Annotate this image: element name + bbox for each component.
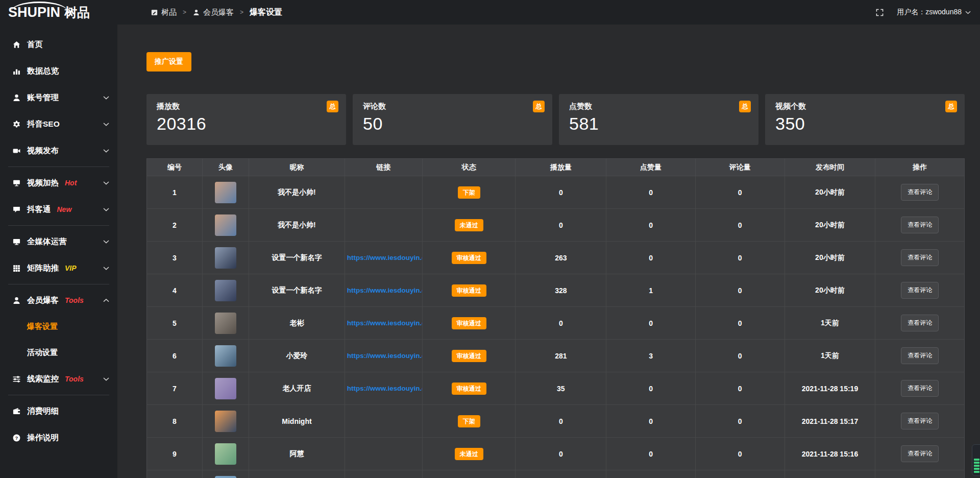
row-link-cell xyxy=(345,438,422,470)
chevron-down-icon xyxy=(103,123,109,126)
sidebar-item-0[interactable]: 首页 xyxy=(0,31,117,58)
view-comments-button[interactable]: 查看评论 xyxy=(901,413,939,429)
sidebar-item-3[interactable]: 抖音SEO xyxy=(0,111,117,137)
table-row: 6 小爱玲 https://www.iesdouyin.c 审核通过 281 3… xyxy=(147,340,965,372)
total-badge: 总 xyxy=(739,101,751,112)
sidebar-item-12[interactable]: 会员爆客Tools xyxy=(0,287,117,314)
comment-icon xyxy=(12,205,21,214)
row-comments: 0 xyxy=(695,405,785,438)
monitor-icon xyxy=(12,237,21,246)
sliders-icon xyxy=(12,375,21,384)
column-header: 播放量 xyxy=(516,159,606,176)
sidebar-divider xyxy=(8,284,109,284)
row-nickname: 设置一个新名字 xyxy=(249,242,345,274)
row-publish-time: 2021-11-28 15:19 xyxy=(785,372,875,405)
view-comments-button[interactable]: 查看评论 xyxy=(901,249,939,266)
sidebar-item-6[interactable]: 视频加热Hot xyxy=(0,170,117,196)
view-comments-button[interactable]: 查看评论 xyxy=(901,445,939,462)
sidebar-subitem-13[interactable]: 爆客设置 xyxy=(0,314,117,340)
row-status-cell: 审核通过 xyxy=(422,372,516,405)
green-bar xyxy=(974,462,979,464)
row-id: 4 xyxy=(147,274,203,307)
stat-card-likes: 点赞数 581 总 xyxy=(559,94,758,145)
row-plays: 0 xyxy=(516,209,606,242)
sidebar-item-badge: VIP xyxy=(65,264,77,272)
status-badge: 审核通过 xyxy=(452,252,486,264)
column-header: 点赞量 xyxy=(606,159,696,176)
table-row: 8 Midnight 下架 0 0 0 2021-11-28 15:17 查看评… xyxy=(147,405,965,438)
sidebar-item-label: 数据总览 xyxy=(27,66,59,77)
breadcrumb-item[interactable]: 会员爆客 xyxy=(192,8,234,17)
column-header: 操作 xyxy=(875,159,965,176)
sidebar-item-10[interactable]: 矩阵助推VIP xyxy=(0,255,117,281)
avatar xyxy=(215,345,236,367)
view-comments-button[interactable]: 查看评论 xyxy=(901,217,939,233)
logo[interactable]: SHUPIN 树品 xyxy=(0,6,117,19)
view-comments-button[interactable]: 查看评论 xyxy=(901,380,939,397)
row-nickname: Midnight xyxy=(249,405,345,438)
row-link[interactable]: https://www.iesdouyin.c xyxy=(345,385,422,392)
avatar xyxy=(215,214,236,236)
breadcrumb-label: 会员爆客 xyxy=(203,8,234,17)
row-action-cell: 查看评论 xyxy=(875,438,965,470)
row-plays: 328 xyxy=(516,274,606,307)
avatar xyxy=(215,378,236,399)
table-row: 5 老彬 https://www.iesdouyin.c 审核通过 0 0 0 … xyxy=(147,307,965,340)
video-table: 编号头像昵称链接状态播放量点赞量评论量发布时间操作 1 我不是小帅! 下架 0 … xyxy=(146,158,965,478)
row-avatar-cell xyxy=(202,307,249,340)
avatar xyxy=(215,313,236,334)
row-link-cell: https://www.iesdouyin.c xyxy=(345,340,422,372)
sidebar-subitem-14[interactable]: 活动设置 xyxy=(0,340,117,366)
sidebar-divider xyxy=(8,395,109,395)
sidebar-item-2[interactable]: 账号管理 xyxy=(0,84,117,111)
sidebar-item-label: 首页 xyxy=(27,39,43,50)
row-status-cell: 未通过 xyxy=(422,209,516,242)
row-action-cell: 查看评论 xyxy=(875,176,965,209)
sidebar-item-9[interactable]: 全媒体运营 xyxy=(0,228,117,255)
row-likes: 0 xyxy=(606,307,696,340)
sidebar-item-label: 操作说明 xyxy=(27,433,59,443)
row-avatar-cell xyxy=(202,242,249,274)
sidebar-item-15[interactable]: 线索监控Tools xyxy=(0,366,117,392)
floating-widget[interactable] xyxy=(972,444,980,476)
view-comments-button[interactable]: 查看评论 xyxy=(901,347,939,364)
main-content: 推广设置 播放数 20316 总 评论数 50 总 点赞数 581 总 视频个数… xyxy=(117,25,980,478)
breadcrumb-item: 爆客设置 xyxy=(250,7,282,18)
sidebar-item-1[interactable]: 数据总览 xyxy=(0,58,117,84)
username-menu[interactable]: 用户名：zswodun88 xyxy=(897,8,971,17)
sidebar-item-18[interactable]: ?操作说明 xyxy=(0,424,117,451)
row-plays: 0 xyxy=(516,405,606,438)
row-status-cell: 审核通过 xyxy=(422,307,516,340)
breadcrumb: 树品>会员爆客>爆客设置 xyxy=(151,7,282,18)
view-comments-button[interactable]: 查看评论 xyxy=(901,184,939,201)
sidebar-item-badge: Hot xyxy=(65,179,77,187)
promo-settings-button[interactable]: 推广设置 xyxy=(146,52,191,71)
sidebar-item-7[interactable]: 抖客通New xyxy=(0,196,117,223)
view-comments-button[interactable]: 查看评论 xyxy=(901,315,939,331)
view-comments-button[interactable]: 查看评论 xyxy=(901,282,939,299)
sidebar-item-label: 抖客通 xyxy=(27,204,51,215)
sidebar-item-4[interactable]: 视频发布 xyxy=(0,137,117,164)
row-link[interactable]: https://www.iesdouyin.c xyxy=(345,254,422,261)
column-header: 评论量 xyxy=(695,159,785,176)
table-row: 2 我不是小帅! 未通过 0 0 0 20小时前 查看评论 xyxy=(147,209,965,242)
sidebar-item-17[interactable]: 消费明细 xyxy=(0,398,117,424)
avatar xyxy=(215,411,236,432)
user-icon xyxy=(12,296,21,305)
column-header: 发布时间 xyxy=(785,159,875,176)
status-badge: 未通过 xyxy=(455,219,483,231)
row-publish-time: 20小时前 xyxy=(785,274,875,307)
row-link-cell: https://www.iesdouyin.c xyxy=(345,307,422,340)
breadcrumb-item[interactable]: 树品 xyxy=(151,8,177,17)
row-link[interactable]: https://www.iesdouyin.c xyxy=(345,352,422,360)
row-comments: 0 xyxy=(695,274,785,307)
chevron-down-icon xyxy=(103,96,109,100)
fullscreen-icon[interactable] xyxy=(876,9,884,16)
green-bar xyxy=(974,465,979,467)
row-plays: 281 xyxy=(516,340,606,372)
stat-value: 350 xyxy=(775,114,954,134)
row-link[interactable]: https://www.iesdouyin.c xyxy=(345,286,422,294)
sidebar-item-label: 矩阵助推 xyxy=(27,263,59,274)
row-link[interactable]: https://www.iesdouyin.c xyxy=(345,319,422,327)
board-icon xyxy=(151,9,158,16)
